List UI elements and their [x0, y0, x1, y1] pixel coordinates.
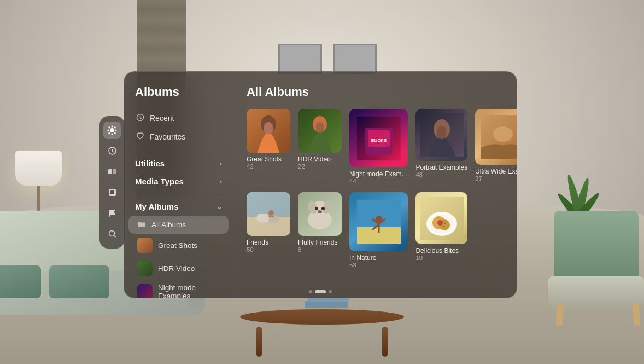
- utilities-label: Utilities: [135, 159, 165, 168]
- sidebar-item-favourites[interactable]: Favourites: [130, 128, 227, 146]
- portrait-cover: [415, 109, 467, 161]
- great-shots-sidebar-label: Great Shots: [158, 241, 197, 250]
- album-list-item-hdr-video[interactable]: HDR Video: [128, 257, 229, 280]
- clock-icon: [136, 113, 144, 123]
- search-nav-icon[interactable]: [103, 226, 121, 243]
- album-card-ultra-wide[interactable]: Ultra Wide Exam… 37: [475, 109, 517, 184]
- svg-rect-35: [257, 214, 268, 219]
- svg-point-43: [315, 207, 318, 210]
- album-card-great-shots[interactable]: Great Shots 42: [247, 109, 290, 184]
- friends-name: Friends: [247, 239, 290, 246]
- svg-point-44: [321, 207, 325, 210]
- scroll-dot-2: [315, 290, 326, 293]
- ultra-wide-name: Ultra Wide Exam…: [475, 167, 517, 175]
- photos-nav-icon[interactable]: [103, 122, 121, 139]
- svg-point-8: [114, 126, 116, 128]
- delicious-bites-name: Delicious Bites: [415, 247, 467, 255]
- svg-point-6: [114, 132, 116, 134]
- fluffy-friends-count: 8: [298, 246, 342, 253]
- my-albums-label: My Albums: [135, 202, 178, 211]
- content-title: All Albums: [247, 85, 504, 99]
- portrait-count: 48: [415, 171, 467, 178]
- sidebar-title: Albums: [124, 85, 233, 109]
- albums-grid: Great Shots 42: [247, 109, 504, 268]
- svg-point-37: [268, 210, 274, 216]
- content-area: All Albums: [233, 72, 517, 298]
- wall-frame-1: [278, 44, 322, 74]
- media-types-header[interactable]: Media Types ›: [124, 172, 233, 190]
- scroll-indicator: [124, 290, 517, 293]
- my-albums-chevron-icon: ⌄: [216, 203, 222, 211]
- sidebar: Albums Recent Favourites Utilities ›: [124, 72, 233, 298]
- hdr-video-sidebar-label: HDR Video: [158, 264, 195, 273]
- hdr-video-thumb: [137, 261, 153, 276]
- night-mode-name: Night mode Exam…: [349, 170, 408, 178]
- fluffy-friends-cover: [298, 192, 342, 236]
- svg-point-59: [437, 220, 443, 226]
- album-card-night-mode[interactable]: BUCKS Night mode Exam… 44: [349, 109, 408, 184]
- scroll-dot-3: [329, 290, 332, 293]
- albums-nav-icon[interactable]: [103, 163, 121, 181]
- great-shots-cover: [247, 109, 290, 153]
- album-card-fluffy-friends[interactable]: Fluffy Friends 8: [298, 192, 342, 268]
- flag-nav-icon[interactable]: [103, 205, 121, 222]
- svg-rect-10: [108, 169, 112, 174]
- sidebar-top-section: Recent Favourites: [124, 109, 233, 146]
- ultra-wide-cover: [475, 109, 517, 165]
- fluffy-friends-name: Fluffy Friends: [298, 239, 342, 246]
- hdr-video-cover: [298, 109, 342, 153]
- folder-icon: [137, 219, 146, 230]
- night-mode-cover: BUCKS: [349, 109, 408, 167]
- portrait-name: Portrait Examples: [415, 164, 467, 171]
- svg-point-1: [112, 125, 113, 127]
- svg-point-4: [115, 129, 117, 131]
- great-shots-thumb: [137, 238, 153, 253]
- svg-point-30: [493, 126, 513, 142]
- recents-nav-icon[interactable]: [103, 142, 121, 160]
- album-card-hdr-video[interactable]: HDR Video 22: [298, 109, 342, 184]
- friends-count: 50: [247, 246, 290, 253]
- recent-label: Recent: [150, 114, 174, 123]
- svg-point-0: [110, 128, 114, 132]
- media-types-chevron-icon: ›: [220, 178, 222, 186]
- album-card-delicious-bites[interactable]: Delicious Bites 10: [415, 192, 467, 268]
- delicious-bites-cover: [415, 192, 467, 244]
- divider-1: [135, 151, 222, 151]
- my-albums-header[interactable]: My Albums ⌄: [124, 198, 233, 216]
- album-card-portrait[interactable]: Portrait Examples 48: [415, 109, 467, 184]
- album-list-item-all-albums[interactable]: All Albums: [128, 216, 229, 234]
- delicious-bites-count: 10: [415, 255, 467, 261]
- all-albums-label: All Albums: [151, 221, 186, 229]
- album-list-item-great-shots[interactable]: Great Shots: [128, 234, 229, 257]
- great-shots-count: 42: [247, 163, 290, 170]
- favourites-label: Favourites: [150, 132, 185, 141]
- friends-cover: [247, 192, 290, 236]
- svg-rect-32: [247, 192, 290, 217]
- main-window: Albums Recent Favourites Utilities ›: [124, 71, 517, 298]
- sidebar-item-recent[interactable]: Recent: [130, 109, 227, 128]
- in-nature-name: In Nature: [349, 254, 408, 262]
- album-list-item-night-mode[interactable]: Night mode Examples: [128, 280, 229, 298]
- great-shots-name: Great Shots: [247, 155, 290, 163]
- utilities-header[interactable]: Utilities ›: [124, 154, 233, 172]
- coffee-table: [240, 309, 404, 359]
- in-nature-cover: [349, 192, 408, 251]
- svg-rect-13: [109, 210, 110, 217]
- scroll-dot-1: [309, 290, 312, 293]
- svg-point-7: [108, 132, 110, 134]
- in-nature-count: 53: [349, 262, 408, 268]
- heart-icon: [136, 132, 144, 142]
- svg-point-45: [318, 210, 322, 213]
- hdr-video-count: 22: [298, 163, 342, 170]
- svg-rect-11: [113, 169, 116, 174]
- wall-frame-2: [333, 44, 377, 74]
- night-mode-count: 44: [349, 178, 408, 184]
- divider-2: [135, 194, 222, 194]
- ultra-wide-count: 37: [475, 175, 517, 182]
- album-card-friends[interactable]: Friends 50: [247, 192, 290, 268]
- album-card-in-nature[interactable]: In Nature 53: [349, 192, 408, 268]
- memories-nav-icon[interactable]: [103, 184, 121, 201]
- hdr-video-name: HDR Video: [298, 155, 342, 163]
- media-types-label: Media Types: [135, 177, 184, 186]
- svg-rect-21: [316, 122, 324, 133]
